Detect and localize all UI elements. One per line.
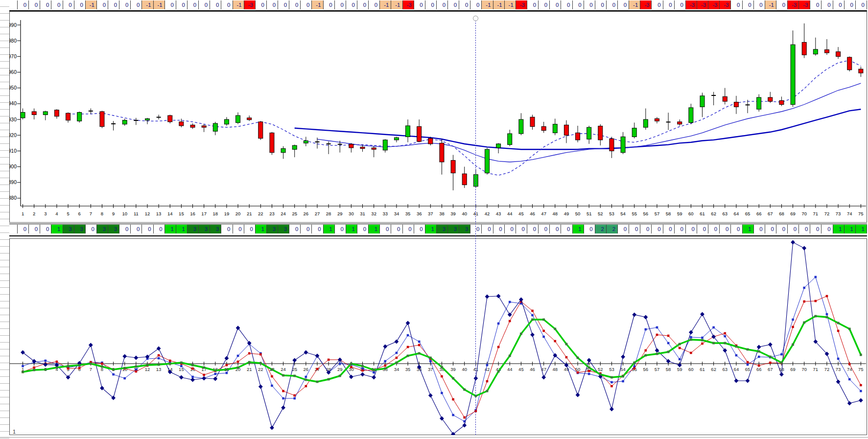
strip-cell[interactable]: -3 — [787, 0, 798, 9]
strip-cell[interactable]: 0 — [640, 225, 651, 233]
strip-cell[interactable]: 0 — [198, 0, 210, 9]
strip-cell[interactable]: 3 — [266, 225, 278, 233]
strip-cell[interactable]: 0 — [289, 0, 300, 9]
crosshair-cursor-line[interactable] — [475, 20, 476, 435]
strip-cell[interactable]: 0 — [549, 0, 561, 9]
strip-cell[interactable]: 1 — [833, 225, 844, 233]
strip-cell[interactable]: 0 — [187, 0, 198, 9]
strip-cell[interactable]: 0 — [810, 0, 821, 9]
strip-cell[interactable]: 0 — [798, 225, 810, 233]
strip-cell[interactable]: -3 — [798, 0, 810, 9]
strip-cell[interactable]: 0 — [708, 225, 719, 233]
strip-cell[interactable]: 0 — [311, 225, 323, 233]
strip-cell[interactable]: 0 — [221, 0, 232, 9]
strip-cell[interactable]: 0 — [164, 0, 176, 9]
strip-cell[interactable]: 0 — [221, 225, 232, 233]
strip-cell[interactable]: 0 — [300, 0, 311, 9]
strip-cell[interactable]: -3 — [640, 0, 651, 9]
strip-cell[interactable]: 0 — [300, 225, 311, 233]
strip-cell[interactable]: 0 — [63, 0, 74, 9]
strip-cell[interactable]: 3 — [74, 225, 85, 233]
strip-cell[interactable]: 0 — [402, 225, 414, 233]
strip-cell[interactable]: 0 — [674, 0, 685, 9]
strip-cell[interactable]: 0 — [651, 225, 662, 233]
strip-cell[interactable]: 3 — [63, 225, 74, 233]
strip-cell[interactable]: 0 — [527, 0, 538, 9]
strip-cell[interactable]: 0 — [85, 225, 96, 233]
strip-cell[interactable]: 0 — [210, 0, 221, 9]
strip-cell[interactable]: 3 — [210, 225, 221, 233]
strip-cell[interactable]: 3 — [108, 225, 119, 233]
strip-cell[interactable]: 0 — [776, 0, 787, 9]
strip-cell[interactable]: 0 — [278, 0, 289, 9]
strip-cell[interactable]: -3 — [697, 0, 708, 9]
strip-cell[interactable]: 0 — [753, 225, 765, 233]
strip-cell[interactable]: 0 — [255, 0, 266, 9]
strip-cell[interactable]: 0 — [493, 225, 504, 233]
oscillator-panel[interactable]: 1234567891011121314151617181920212223242… — [9, 238, 867, 435]
strip-cell[interactable]: -1 — [391, 0, 402, 9]
strip-cell[interactable]: 0 — [334, 225, 346, 233]
strip-cell[interactable]: -3 — [402, 0, 414, 9]
strip-cell[interactable]: 0 — [368, 0, 379, 9]
strip-cell[interactable]: 3 — [278, 225, 289, 233]
strip-cell[interactable]: 0 — [787, 225, 798, 233]
strip-cell[interactable]: 0 — [108, 0, 119, 9]
strip-cell[interactable]: 0 — [584, 225, 595, 233]
strip-cell[interactable]: -3 — [719, 0, 730, 9]
strip-cell[interactable]: 0 — [357, 225, 368, 233]
strip-cell[interactable]: 0 — [436, 0, 447, 9]
strip-cell[interactable]: 0 — [549, 225, 561, 233]
strip-cell[interactable]: 0 — [40, 225, 51, 233]
strip-cell[interactable]: 1 — [176, 225, 187, 233]
strip-cell[interactable]: 0 — [527, 225, 538, 233]
strip-cell[interactable]: 0 — [674, 225, 685, 233]
strip-cell[interactable]: -1 — [765, 0, 776, 9]
strip-cell[interactable]: 0 — [176, 0, 187, 9]
strip-cell[interactable]: 1 — [51, 225, 62, 233]
strip-cell[interactable]: 0 — [379, 225, 391, 233]
strip-cell[interactable]: 0 — [538, 0, 549, 9]
strip-cell[interactable]: 0 — [17, 225, 28, 233]
strip-cell[interactable]: 1 — [572, 225, 584, 233]
strip-cell[interactable]: 0 — [414, 225, 425, 233]
strip-cell[interactable]: 0 — [561, 0, 572, 9]
strip-cell[interactable]: 2 — [606, 225, 617, 233]
strip-cell[interactable]: 3 — [436, 225, 447, 233]
strip-cell[interactable]: 0 — [51, 0, 62, 9]
strip-cell[interactable]: 1 — [855, 225, 867, 233]
strip-cell[interactable]: 0 — [606, 0, 617, 9]
strip-cell[interactable]: 0 — [425, 0, 436, 9]
strip-cell[interactable]: -1 — [629, 0, 640, 9]
strip-cell[interactable]: 0 — [266, 0, 278, 9]
strip-cell[interactable]: 0 — [730, 0, 742, 9]
strip-cell[interactable]: 0 — [697, 225, 708, 233]
strip-cell[interactable]: 0 — [617, 0, 629, 9]
price-panel[interactable]: 6880689069006910692069306940695069606970… — [9, 11, 867, 223]
strip-cell[interactable]: 0 — [459, 0, 470, 9]
strip-cell[interactable]: -1 — [141, 0, 153, 9]
strip-cell[interactable]: 0 — [810, 225, 821, 233]
strip-cell[interactable]: 0 — [765, 225, 776, 233]
strip-cell[interactable]: 0 — [17, 0, 28, 9]
strip-cell[interactable]: 0 — [289, 225, 300, 233]
strip-cell[interactable]: 1 — [164, 225, 176, 233]
strip-cell[interactable]: 0 — [323, 0, 334, 9]
strip-cell[interactable]: 3 — [459, 225, 470, 233]
strip-cell[interactable]: 3 — [447, 225, 459, 233]
strip-cell[interactable]: 0 — [334, 0, 346, 9]
strip-cell[interactable]: 0 — [40, 0, 51, 9]
strip-cell[interactable]: 0 — [595, 0, 606, 9]
strip-cell[interactable]: 0 — [447, 0, 459, 9]
strip-cell[interactable]: -3 — [685, 0, 697, 9]
candlestick-chart[interactable]: 6880689069006910692069306940695069606970… — [9, 11, 867, 223]
strip-cell[interactable]: 2 — [595, 225, 606, 233]
strip-cell[interactable]: 0 — [663, 0, 674, 9]
strip-cell[interactable]: 0 — [651, 0, 662, 9]
strip-cell[interactable]: 0 — [855, 0, 867, 9]
strip-cell[interactable]: 0 — [821, 0, 832, 9]
strip-cell[interactable]: 3 — [187, 225, 198, 233]
strip-cell[interactable]: 0 — [130, 225, 141, 233]
strip-cell[interactable]: 0 — [516, 225, 527, 233]
strip-cell[interactable]: 0 — [481, 225, 493, 233]
